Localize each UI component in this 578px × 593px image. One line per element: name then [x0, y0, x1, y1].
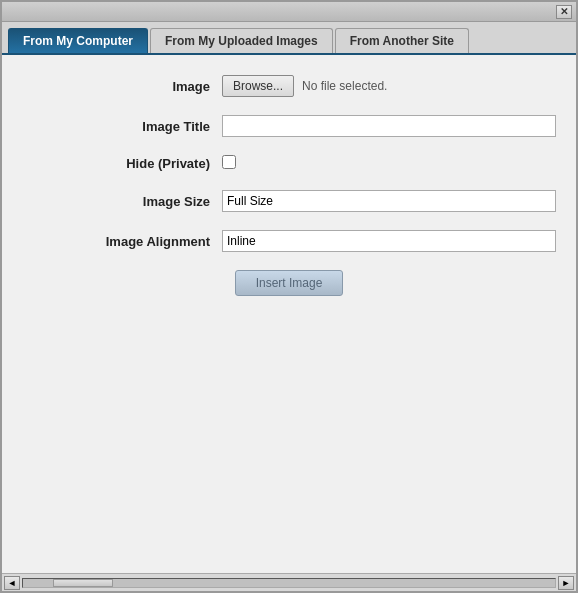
- title-bar: ✕: [2, 2, 576, 22]
- form-area: Image Browse... No file selected. Image …: [22, 75, 556, 563]
- scroll-right-arrow[interactable]: ►: [558, 576, 574, 590]
- content-area: Image Browse... No file selected. Image …: [2, 55, 576, 573]
- tabs-bar: From My Computer From My Uploaded Images…: [2, 22, 576, 55]
- scroll-thumb[interactable]: [53, 579, 113, 587]
- close-button[interactable]: ✕: [556, 5, 572, 19]
- image-alignment-row: Image Alignment: [22, 230, 556, 252]
- hide-row: Hide (Private): [22, 155, 556, 172]
- scroll-track[interactable]: [22, 578, 556, 588]
- hide-checkbox[interactable]: [222, 155, 236, 169]
- image-size-label: Image Size: [22, 194, 222, 209]
- window: ✕ From My Computer From My Uploaded Imag…: [0, 0, 578, 593]
- image-label: Image: [22, 79, 222, 94]
- image-row: Image Browse... No file selected.: [22, 75, 556, 97]
- image-alignment-control: [222, 230, 556, 252]
- no-file-text: No file selected.: [302, 79, 387, 93]
- image-size-input[interactable]: [222, 190, 556, 212]
- image-alignment-input[interactable]: [222, 230, 556, 252]
- tab-from-my-computer[interactable]: From My Computer: [8, 28, 148, 53]
- image-title-label: Image Title: [22, 119, 222, 134]
- image-title-row: Image Title: [22, 115, 556, 137]
- image-size-row: Image Size: [22, 190, 556, 212]
- image-title-control: [222, 115, 556, 137]
- bottom-scrollbar: ◄ ►: [2, 573, 576, 591]
- insert-image-button[interactable]: Insert Image: [235, 270, 344, 296]
- image-title-input[interactable]: [222, 115, 556, 137]
- insert-btn-row: Insert Image: [22, 270, 556, 296]
- tab-from-uploaded-images[interactable]: From My Uploaded Images: [150, 28, 333, 53]
- image-alignment-label: Image Alignment: [22, 234, 222, 249]
- browse-button[interactable]: Browse...: [222, 75, 294, 97]
- image-control: Browse... No file selected.: [222, 75, 556, 97]
- image-size-control: [222, 190, 556, 212]
- tab-from-another-site[interactable]: From Another Site: [335, 28, 469, 53]
- hide-label: Hide (Private): [22, 156, 222, 171]
- scroll-left-arrow[interactable]: ◄: [4, 576, 20, 590]
- hide-control: [222, 155, 556, 172]
